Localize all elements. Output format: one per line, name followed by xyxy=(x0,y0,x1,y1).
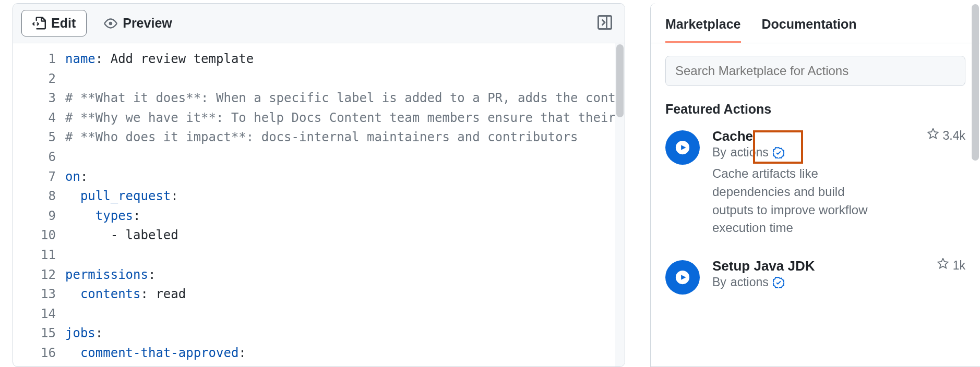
line-number: 15 xyxy=(13,324,56,344)
action-avatar-icon xyxy=(665,260,700,295)
action-avatar-icon xyxy=(665,130,700,165)
editor-scrollbar[interactable] xyxy=(615,43,625,366)
star-icon xyxy=(927,128,939,143)
code-text: : xyxy=(80,169,88,184)
line-number: 13 xyxy=(13,285,56,304)
verified-badge-icon xyxy=(773,147,784,158)
code-text: : xyxy=(171,189,178,203)
code-text: : read xyxy=(141,287,186,301)
code-text: : xyxy=(133,209,140,223)
code-text: : xyxy=(148,267,156,282)
action-star-count: 3.4k xyxy=(943,129,965,143)
line-number: 12 xyxy=(13,265,56,285)
tab-documentation[interactable]: Documentation xyxy=(762,17,857,43)
action-header: Setup Java JDK By actions xyxy=(712,258,965,289)
marketplace-panel: Marketplace Documentation Featured Actio… xyxy=(650,3,980,367)
preview-tab-label: Preview xyxy=(123,16,172,31)
line-number: 9 xyxy=(13,206,56,226)
code-comment: # **Who does it impact**: docs-internal … xyxy=(65,130,578,144)
action-body: Cache By actions xyxy=(712,128,965,237)
action-card[interactable]: Setup Java JDK By actions xyxy=(665,258,965,295)
line-number: 7 xyxy=(13,167,56,187)
action-by-author: actions xyxy=(731,145,769,160)
code-key: name xyxy=(65,52,95,66)
code-key: pull_request xyxy=(80,189,171,203)
preview-tab[interactable]: Preview xyxy=(93,10,183,36)
eye-icon xyxy=(104,17,117,30)
scrollbar-thumb[interactable] xyxy=(616,44,624,117)
featured-actions-heading: Featured Actions xyxy=(665,102,965,117)
action-description: Cache artifacts like dependencies and bu… xyxy=(712,165,879,237)
action-byline: By actions xyxy=(712,145,784,160)
line-number: 8 xyxy=(13,187,56,206)
line-number: 10 xyxy=(13,226,56,246)
side-scrollbar[interactable] xyxy=(971,3,980,367)
line-number: 1 xyxy=(13,50,56,69)
scrollbar-thumb[interactable] xyxy=(972,4,979,161)
action-by-prefix: By xyxy=(712,145,726,160)
action-byline: By actions xyxy=(712,275,815,289)
action-title: Setup Java JDK xyxy=(712,258,815,274)
line-number: 3 xyxy=(13,89,56,108)
line-number: 16 xyxy=(13,344,56,363)
line-number: 5 xyxy=(13,128,56,148)
action-by-author: actions xyxy=(731,275,769,289)
action-stars: 1k xyxy=(937,258,965,273)
action-header: Cache By actions xyxy=(712,128,965,160)
line-number: 2 xyxy=(13,69,56,89)
tab-marketplace[interactable]: Marketplace xyxy=(665,17,741,43)
line-number: 4 xyxy=(13,108,56,128)
code-text: : xyxy=(95,326,103,340)
side-body: Featured Actions Cache By actions xyxy=(651,43,980,366)
edit-tab-label: Edit xyxy=(51,16,76,31)
editor-toolbar: Edit Preview xyxy=(13,4,625,43)
line-gutter: 1 2 3 4 5 6 7 8 9 10 11 12 13 14 15 16 xyxy=(13,43,65,366)
code-text: : xyxy=(238,346,246,360)
code-key: on xyxy=(65,169,80,184)
line-number: 14 xyxy=(13,304,56,324)
action-stars: 3.4k xyxy=(927,128,965,143)
code-key: types xyxy=(95,209,133,223)
code-key: permissions xyxy=(65,267,148,282)
action-star-count: 1k xyxy=(953,259,965,273)
verified-badge-icon xyxy=(773,277,784,288)
code-text: - labeled xyxy=(65,228,178,242)
code-text: : Add review template xyxy=(95,52,254,66)
code-editor[interactable]: 1 2 3 4 5 6 7 8 9 10 11 12 13 14 15 16 n… xyxy=(13,43,625,366)
code-key: jobs xyxy=(65,326,95,340)
code-key: comment-that-approved xyxy=(80,346,238,360)
edit-tab[interactable]: Edit xyxy=(21,10,87,36)
star-icon xyxy=(937,258,949,273)
search-input[interactable] xyxy=(665,56,965,86)
code-content[interactable]: name: Add review template # **What it do… xyxy=(65,43,625,366)
action-card[interactable]: Cache By actions xyxy=(665,128,965,237)
code-file-icon xyxy=(32,17,46,30)
action-title: Cache xyxy=(712,128,784,144)
side-tabs: Marketplace Documentation xyxy=(651,3,980,43)
action-body: Setup Java JDK By actions xyxy=(712,258,965,295)
side-panel-wrap: Marketplace Documentation Featured Actio… xyxy=(650,3,980,367)
editor-tab-group: Edit Preview xyxy=(21,10,183,36)
editor-panel: Edit Preview 1 2 3 4 5 6 7 8 9 1 xyxy=(13,3,625,367)
line-number: 6 xyxy=(13,148,56,167)
action-by-prefix: By xyxy=(712,275,726,289)
line-number: 11 xyxy=(13,246,56,265)
toggle-panel-button[interactable] xyxy=(593,11,616,35)
code-comment: # **What it does**: When a specific labe… xyxy=(65,91,625,105)
code-comment: # **Why we have it**: To help Docs Conte… xyxy=(65,111,625,125)
sidebar-collapse-icon xyxy=(596,25,613,32)
code-key: contents xyxy=(80,287,141,301)
